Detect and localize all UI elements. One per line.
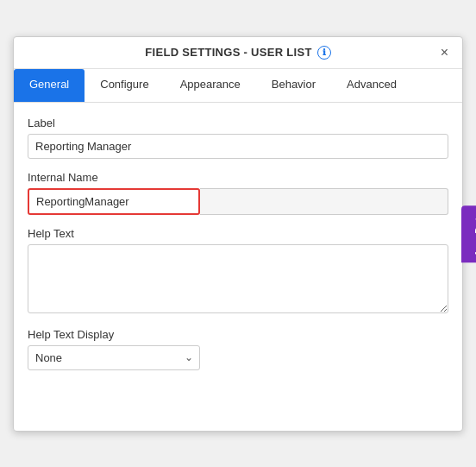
internal-name-field-group: Internal Name bbox=[28, 171, 448, 215]
dialog-body: Label Internal Name Help Text Help Text … bbox=[14, 103, 462, 431]
tab-bar: General Configure Appearance Behavior Ad… bbox=[14, 69, 462, 103]
label-input[interactable] bbox=[28, 134, 448, 159]
tab-configure[interactable]: Configure bbox=[85, 69, 164, 102]
help-text-label: Help Text bbox=[28, 227, 448, 240]
dialog-title: FIELD SETTINGS - USER LIST bbox=[145, 46, 311, 59]
help-text-display-select[interactable]: None Tooltip Inline bbox=[28, 345, 200, 370]
internal-name-label: Internal Name bbox=[28, 171, 448, 184]
tab-advanced[interactable]: Advanced bbox=[331, 69, 412, 102]
info-icon[interactable]: ℹ bbox=[317, 46, 331, 60]
tab-general[interactable]: General bbox=[14, 69, 85, 102]
help-text-display-group: Help Text Display None Tooltip Inline ⌄ bbox=[28, 328, 448, 370]
app-data-tab[interactable]: App Data bbox=[461, 205, 476, 262]
tab-appearance[interactable]: Appearance bbox=[165, 69, 256, 102]
help-text-display-wrapper: None Tooltip Inline ⌄ bbox=[28, 345, 200, 370]
internal-name-suffix bbox=[200, 188, 448, 215]
app-data-tab-container: App Data bbox=[461, 205, 476, 262]
tab-behavior[interactable]: Behavior bbox=[256, 69, 331, 102]
help-text-textarea[interactable] bbox=[28, 244, 448, 313]
label-field-label: Label bbox=[28, 117, 448, 129]
internal-name-input[interactable] bbox=[28, 188, 200, 215]
help-text-display-label: Help Text Display bbox=[28, 328, 448, 341]
help-text-field-group: Help Text bbox=[28, 227, 448, 316]
dialog-header: FIELD SETTINGS - USER LIST ℹ × bbox=[14, 37, 462, 69]
field-settings-dialog: FIELD SETTINGS - USER LIST ℹ × General C… bbox=[13, 36, 463, 432]
internal-name-row bbox=[28, 188, 448, 215]
label-field-group: Label bbox=[28, 117, 448, 159]
close-button[interactable]: × bbox=[437, 44, 452, 61]
